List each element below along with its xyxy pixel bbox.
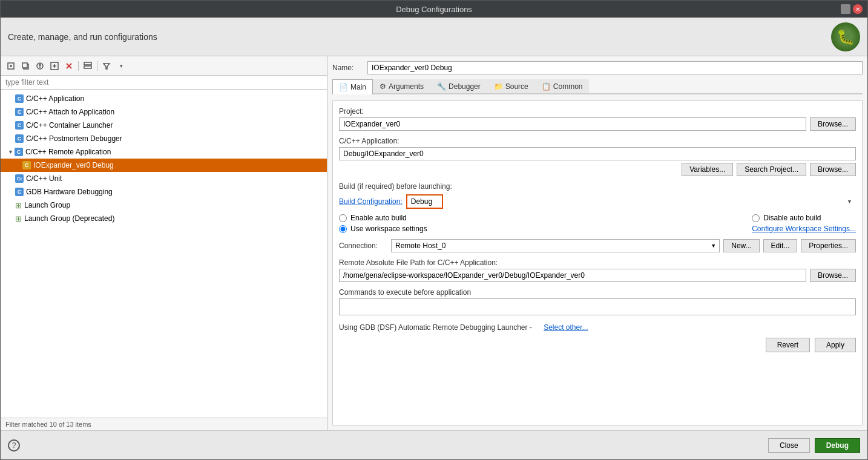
svg-rect-12 [84, 62, 91, 65]
filter-arrow-button[interactable]: ▾ [114, 59, 128, 73]
cpp-app-group: C/C++ Application: Variables... Search P… [339, 137, 856, 176]
build-title: Build (if required) before launching: [339, 182, 856, 191]
using-gdb-text: Using GDB (DSF) Automatic Remote Debuggi… [339, 323, 532, 332]
tree-item-cpp-attach[interactable]: C C/C++ Attach to Application [1, 105, 327, 119]
cpp-attach-label: C/C++ Attach to Application [26, 108, 114, 116]
tree-item-cpp-app[interactable]: C C/C++ Application [1, 92, 327, 105]
close-window-button[interactable]: ✕ [853, 4, 863, 14]
connection-dropdown[interactable]: Remote Host_0 [391, 239, 720, 252]
cpp-remote-icon: C [15, 148, 23, 156]
tab-common[interactable]: 📋 Common [535, 79, 590, 93]
configure-workspace-item: Configure Workspace Settings... [752, 225, 856, 233]
project-row: Browse... [339, 117, 856, 131]
use-workspace-label: Use workspace settings [350, 225, 427, 233]
copy-config-button[interactable] [19, 59, 32, 73]
tree-item-cpp-remote[interactable]: ▼ C C/C++ Remote Application [1, 145, 327, 159]
properties-button[interactable]: Properties... [801, 239, 856, 252]
tab-source[interactable]: 📁 Source [487, 79, 535, 93]
titlebar: Debug Configurations ✕ [1, 1, 867, 18]
new-config-button[interactable] [4, 59, 18, 73]
main-tab-icon: 📄 [339, 83, 348, 91]
header-bar: Create, manage, and run configurations 🐛 [1, 18, 867, 56]
remote-path-input[interactable] [339, 269, 806, 282]
filter-button[interactable] [100, 59, 113, 73]
radio-col-left: Enable auto build Use workspace settings [339, 214, 427, 233]
use-workspace-radio[interactable] [339, 225, 347, 233]
export-config-button[interactable] [33, 59, 47, 73]
radio-col-right: Disable auto build Configure Workspace S… [752, 214, 856, 233]
cpp-unit-label: C/C++ Unit [26, 174, 62, 183]
main-tab-label: Main [350, 83, 366, 91]
import-config-button[interactable] [48, 59, 61, 73]
debug-button[interactable]: Debug [815, 438, 860, 453]
left-panel: ▾ C C/C++ Application C C/C++ Attach to … [1, 56, 327, 430]
source-tab-icon: 📁 [494, 82, 503, 91]
browse-project-button[interactable]: Browse... [810, 117, 856, 131]
configure-workspace-link[interactable]: Configure Workspace Settings... [752, 225, 856, 233]
launch-group-label: Launch Group [24, 201, 70, 209]
cpp-postmortem-icon: C [15, 134, 24, 143]
launch-group-dep-label: Launch Group (Deprecated) [24, 214, 114, 223]
variables-button[interactable]: Variables... [682, 163, 733, 176]
tree-item-cpp-unit[interactable]: Ct C/C++ Unit [1, 172, 327, 185]
cpp-app-buttons: Variables... Search Project... Browse... [339, 163, 856, 176]
source-tab-label: Source [505, 82, 528, 91]
delete-config-button[interactable] [62, 59, 76, 73]
maximize-button[interactable] [841, 4, 850, 14]
tab-main[interactable]: 📄 Main [332, 79, 373, 94]
name-row: Name: [332, 61, 863, 74]
tree-item-launch-group[interactable]: ⊞ Launch Group [1, 199, 327, 212]
search-project-button[interactable]: Search Project... [737, 163, 806, 176]
filter-input[interactable] [1, 76, 327, 90]
bug-icon: 🐛 [831, 22, 860, 51]
cpp-container-label: C/C++ Container Launcher [26, 121, 113, 130]
cpp-app-input[interactable] [339, 147, 856, 160]
cpp-app-icon: C [15, 94, 24, 103]
arguments-tab-label: Arguments [389, 82, 424, 91]
toolbar-sep-1 [78, 61, 79, 71]
tab-debugger[interactable]: 🔧 Debugger [430, 79, 487, 93]
remote-path-row: Browse... [339, 269, 856, 282]
remote-path-group: Remote Absolute File Path for C/C++ Appl… [339, 258, 856, 282]
build-config-dropdown[interactable]: Debug Release [406, 194, 443, 209]
build-config-link[interactable]: Build Configuration: [339, 197, 403, 206]
edit-connection-button[interactable]: Edit... [763, 239, 798, 252]
tree-item-launch-group-dep[interactable]: ⊞ Launch Group (Deprecated) [1, 212, 327, 225]
project-input[interactable] [339, 117, 806, 131]
tree-item-cpp-postmortem[interactable]: C C/C++ Postmortem Debugger [1, 132, 327, 145]
browse-remote-button[interactable]: Browse... [810, 269, 856, 282]
disable-auto-build-radio[interactable] [752, 214, 760, 222]
enable-auto-build-radio[interactable] [339, 214, 347, 222]
cpp-app-label: C/C++ Application [26, 94, 84, 103]
tree-item-cpp-container[interactable]: C C/C++ Container Launcher [1, 119, 327, 132]
close-button[interactable]: Close [768, 438, 810, 453]
tree-item-gdb-hardware[interactable]: C GDB Hardware Debugging [1, 185, 327, 199]
window-title: Debug Configurations [396, 5, 472, 14]
form-section: Project: Browse... C/C++ Application: Va… [332, 100, 863, 426]
browse-app-button[interactable]: Browse... [810, 163, 856, 176]
filter-status: Filter matched 10 of 13 items [1, 418, 327, 430]
svg-marker-14 [104, 64, 110, 69]
commands-textarea[interactable] [339, 298, 856, 315]
remote-path-label: Remote Absolute File Path for C/C++ Appl… [339, 258, 856, 267]
connection-label: Connection: [339, 242, 387, 250]
common-tab-icon: 📋 [542, 82, 551, 91]
arguments-tab-icon: ⚙ [380, 82, 386, 91]
debug-configurations-window: Debug Configurations ✕ Create, manage, a… [0, 0, 868, 460]
apply-button[interactable]: Apply [815, 338, 856, 352]
main-content: ▾ C C/C++ Application C C/C++ Attach to … [1, 56, 867, 430]
gdb-hardware-label: GDB Hardware Debugging [26, 188, 113, 196]
new-connection-button[interactable]: New... [723, 239, 759, 252]
help-button[interactable]: ? [8, 439, 20, 452]
project-label: Project: [339, 107, 856, 116]
tree-item-ioexpander[interactable]: C IOExpander_ver0 Debug [1, 159, 327, 172]
collapse-all-button[interactable] [81, 59, 94, 73]
toolbar-sep-2 [97, 61, 97, 71]
build-config-dropdown-wrapper: Debug Release [406, 194, 856, 209]
tab-arguments[interactable]: ⚙ Arguments [373, 79, 430, 93]
build-config-row: Build Configuration: Debug Release [339, 194, 856, 209]
revert-button[interactable]: Revert [766, 338, 810, 352]
footer-left: ? [8, 439, 20, 452]
select-other-link[interactable]: Select other... [544, 323, 588, 332]
name-input[interactable] [367, 61, 863, 74]
